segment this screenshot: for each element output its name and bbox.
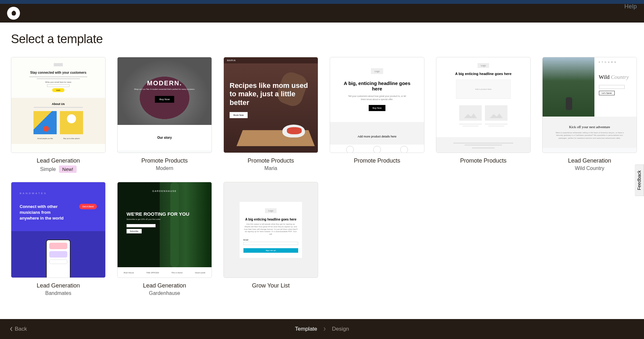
app-header: Help <box>0 4 644 23</box>
preview-desc: Tell your customers about how great your… <box>347 95 407 101</box>
preview-headline: Connect with other musicians from anywhe… <box>20 204 66 221</box>
template-preview: MODERN. Shop our Lux Tee: A modern essen… <box>117 57 212 153</box>
preview-headline: A big enticing headline goes here <box>243 218 298 221</box>
preview-section: Add more product details here <box>330 122 424 145</box>
preview-desc: Use this space to tell people what they … <box>243 223 298 236</box>
template-preview: Stay connected with your customers Write… <box>11 57 106 153</box>
template-category: Promote Products <box>248 157 294 164</box>
template-preview: Logo A big enticing headline goes here A… <box>436 57 531 153</box>
template-preview: Logo A big, enticing headline goes here … <box>330 57 424 153</box>
preview-brand: BANDMATES <box>20 192 97 195</box>
preview-headline: Recipes like mom used to make, just a li… <box>230 81 312 107</box>
preview-cta: Get A Band <box>79 204 97 209</box>
template-card-simple[interactable]: Stay connected with your customers Write… <box>11 57 106 173</box>
wizard-footer: Back Template Design <box>0 319 644 339</box>
template-preview: Logo A big enticing headline goes here U… <box>223 182 318 278</box>
preview-section: Our story <box>118 125 212 150</box>
template-category: Lead Generation <box>37 157 80 164</box>
template-category: Grow Your List <box>252 282 289 289</box>
freddie-icon <box>9 9 18 18</box>
template-preview: MARIA Recipes like mom used to make, jus… <box>223 57 318 153</box>
preview-cta: Buy Now <box>155 96 174 103</box>
preview-headline: A big, enticing headline goes here <box>340 80 414 91</box>
preview-logo-placeholder: Logo <box>265 208 277 213</box>
preview-headline: WE'RE ROOTING FOR YOU <box>127 211 189 217</box>
preview-logo-strip: Root HouseTHE OFFICESThis is HomeGood La… <box>118 267 212 278</box>
template-category: Promote Products <box>141 157 188 164</box>
new-badge: New! <box>59 165 76 173</box>
preview-subhead: About Us <box>18 102 99 106</box>
help-link[interactable]: Help <box>624 3 637 10</box>
preview-headline: A big enticing headline goes here <box>443 72 524 76</box>
preview-sub: Subscribe to get 10% off your first orde… <box>127 218 189 220</box>
template-card-gardenhause[interactable]: GARDENHAUSE WE'RE ROOTING FOR YOU Subscr… <box>117 182 212 296</box>
preview-brand: MODERN. <box>134 80 195 87</box>
preview-tagline: Shop our Lux Tee: A modern essential tha… <box>134 88 195 90</box>
template-card-promote-b[interactable]: Logo A big enticing headline goes here A… <box>436 57 531 173</box>
feedback-tab[interactable]: Feedback <box>635 164 644 196</box>
step-design[interactable]: Design <box>332 326 349 332</box>
template-preview: GARDENHAUSE WE'RE ROOTING FOR YOU Subscr… <box>117 182 212 278</box>
back-button[interactable]: Back <box>10 326 27 332</box>
template-subtitle: Simple New! <box>40 165 76 173</box>
template-category: Lead Generation <box>568 157 611 164</box>
preview-cta: Buy Now <box>369 105 385 111</box>
top-accent-bar <box>0 0 644 4</box>
template-preview: BANDMATES Connect with other musicians f… <box>11 182 106 278</box>
preview-headline: Kick off your next adventure <box>552 125 627 129</box>
template-card-modern[interactable]: MODERN. Shop our Lux Tee: A modern essen… <box>117 57 212 173</box>
chevron-right-icon <box>323 327 326 331</box>
preview-label: Email <box>243 239 298 241</box>
template-subtitle: Bandmates <box>45 290 71 296</box>
template-category: Promote Products <box>354 157 400 164</box>
template-card-bandmates[interactable]: BANDMATES Connect with other musicians f… <box>11 182 106 296</box>
preview-headline: Stay connected with your customers <box>22 71 94 74</box>
preview-logo-placeholder: Logo <box>478 63 489 68</box>
preview-brand: MARIA <box>224 57 318 63</box>
main-content: Select a template Stay connected with yo… <box>0 23 644 335</box>
template-preview: ≡ T O U R S Wild Country Let's Speak Kic… <box>542 57 637 153</box>
preview-product-box: Add a product here <box>456 80 511 99</box>
preview-logo-placeholder: Logo <box>371 68 383 74</box>
wizard-steps: Template Design <box>295 326 349 332</box>
step-template[interactable]: Template <box>295 326 317 332</box>
mailchimp-logo[interactable] <box>7 7 20 20</box>
preview-nav: ≡ T O U R S <box>599 61 632 63</box>
preview-cta: Let's Speak <box>599 91 615 95</box>
template-category: Promote Products <box>460 157 507 164</box>
page-title: Select a template <box>11 32 633 46</box>
template-card-promote-a[interactable]: Logo A big, enticing headline goes here … <box>330 57 424 173</box>
template-category: Lead Generation <box>143 282 186 289</box>
template-card-grow-list[interactable]: Logo A big enticing headline goes here U… <box>223 182 318 296</box>
preview-cta: Book Now <box>230 112 248 118</box>
template-subtitle: Modern <box>156 165 173 171</box>
preview-cta: Sign me up! <box>243 248 298 253</box>
preview-brand: Wild Country <box>599 74 632 80</box>
chevron-left-icon <box>10 327 13 331</box>
template-subtitle: Maria <box>264 165 277 171</box>
preview-desc: Want to experience whitewater rafting in… <box>552 131 627 139</box>
template-subtitle: Wild Country <box>575 165 604 171</box>
template-category: Lead Generation <box>37 282 80 289</box>
template-card-wild-country[interactable]: ≡ T O U R S Wild Country Let's Speak Kic… <box>542 57 637 173</box>
preview-brand: GARDENHAUSE <box>118 190 212 192</box>
template-card-maria[interactable]: MARIA Recipes like mom used to make, jus… <box>223 57 318 173</box>
template-grid: Stay connected with your customers Write… <box>11 57 633 296</box>
preview-cta: Subscribe <box>127 229 142 233</box>
template-subtitle: Gardenhause <box>149 290 180 296</box>
